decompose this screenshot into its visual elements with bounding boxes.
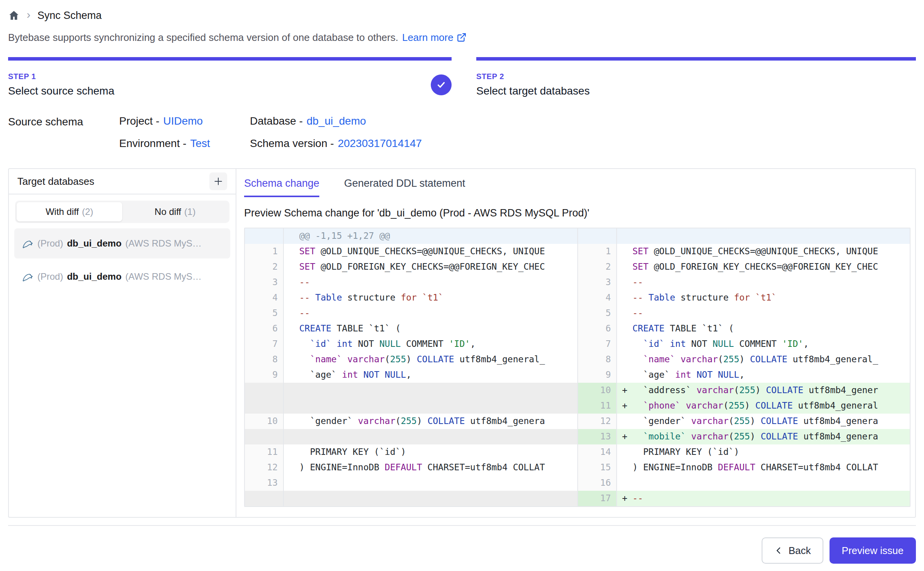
external-link-icon	[457, 32, 467, 42]
db-instance: (AWS RDS MyS…	[125, 238, 202, 249]
diff-row: 8 `name` varchar(255) COLLATE utf8mb4_ge…	[245, 352, 910, 367]
schema-version-link[interactable]: 20230317014147	[338, 137, 422, 150]
code-line: `mobile` varchar(255) COLLATE utf8mb4_ge…	[632, 429, 910, 444]
source-schema-label: Source schema	[8, 115, 119, 150]
line-number: 8	[578, 352, 617, 367]
diff-marker	[284, 460, 299, 475]
code-line: CREATE TABLE `t1` (	[632, 321, 910, 336]
diff-marker	[284, 321, 299, 336]
diff-marker	[617, 336, 632, 352]
plus-icon	[213, 176, 223, 186]
breadcrumb-current: Sync Schema	[37, 10, 102, 22]
line-number: 11	[245, 444, 284, 460]
line-number: 5	[578, 306, 617, 321]
code-line: `gender` varchar(255) COLLATE utf8mb4_ge…	[299, 414, 577, 429]
line-number: 10	[245, 414, 284, 429]
diff-marker	[617, 460, 632, 475]
diff-marker	[284, 352, 299, 367]
diff-marker	[284, 244, 299, 259]
diff-marker	[617, 367, 632, 383]
code-line: `id` int NOT NULL COMMENT 'ID',	[632, 336, 910, 352]
code-line: PRIMARY KEY (`id`)	[299, 444, 577, 460]
line-number: 9	[578, 367, 617, 383]
line-number: 9	[245, 367, 284, 383]
preview-issue-button[interactable]: Preview issue	[830, 537, 916, 564]
sync-schema-page: › Sync Schema Bytebase supports synchron…	[0, 7, 924, 571]
diff-row: 2SET @OLD_FOREIGN_KEY_CHECKS=@@FOREIGN_K…	[245, 259, 910, 275]
project-link[interactable]: UIDemo	[163, 115, 203, 127]
code-line: --	[299, 306, 577, 321]
db-environment: (Prod)	[37, 238, 63, 249]
tab-no-diff[interactable]: No diff (1)	[122, 202, 228, 221]
home-icon[interactable]	[8, 10, 20, 21]
line-number: 6	[245, 321, 284, 336]
diff-row: 1SET @OLD_UNIQUE_CHECKS=@@UNIQUE_CHECKS,…	[245, 244, 910, 259]
line-number	[245, 228, 284, 244]
diff-row: 13+ `mobile` varchar(255) COLLATE utf8mb…	[245, 429, 910, 444]
code-line: @@ -1,15 +1,27 @@	[299, 228, 577, 244]
diff-marker	[617, 321, 632, 336]
diff-row: 11 PRIMARY KEY (`id`)14 PRIMARY KEY (`id…	[245, 444, 910, 460]
step-2-label: STEP 2	[476, 72, 916, 81]
learn-more-link[interactable]: Learn more	[402, 31, 467, 44]
code-line	[299, 398, 577, 414]
diff-marker	[284, 290, 299, 306]
target-db-item[interactable]: (Prod)db_ui_demo(AWS RDS MyS…	[14, 262, 230, 292]
environment-link[interactable]: Test	[190, 137, 210, 150]
diff-marker	[284, 444, 299, 460]
diff-hunk-header: @@ -1,15 +1,27 @@	[245, 228, 910, 244]
line-number: 3	[578, 275, 617, 290]
field-environment: Environment - Test	[119, 137, 250, 150]
line-number: 17	[578, 491, 617, 506]
target-db-item[interactable]: (Prod)db_ui_demo(AWS RDS MyS…	[14, 228, 230, 258]
code-line: `gender` varchar(255) COLLATE utf8mb4_ge…	[632, 414, 910, 429]
code-line: --	[632, 275, 910, 290]
diff-row: 5--5--	[245, 306, 910, 321]
code-line: -- Table structure for `t1`	[299, 290, 577, 306]
diff-row: 11+ `phone` varchar(255) COLLATE utf8mb4…	[245, 398, 910, 414]
footer-actions: Back Preview issue	[8, 537, 916, 564]
code-line: CREATE TABLE `t1` (	[299, 321, 577, 336]
diff-row: 7 `id` int NOT NULL COMMENT 'ID',7 `id` …	[245, 336, 910, 352]
db-environment: (Prod)	[37, 271, 63, 282]
mysql-icon	[22, 271, 34, 282]
tab-schema-change[interactable]: Schema change	[244, 177, 319, 197]
line-number: 1	[245, 244, 284, 259]
add-target-database-button[interactable]	[209, 172, 227, 190]
tab-generated-ddl[interactable]: Generated DDL statement	[344, 177, 465, 197]
database-link[interactable]: db_ui_demo	[307, 115, 366, 127]
code-line: PRIMARY KEY (`id`)	[632, 444, 910, 460]
diff-marker	[617, 352, 632, 367]
diff-marker: +	[617, 398, 632, 414]
diff-marker	[617, 290, 632, 306]
line-number: 7	[245, 336, 284, 352]
back-button[interactable]: Back	[762, 537, 823, 564]
code-line: --	[299, 275, 577, 290]
step-2: STEP 2 Select target databases	[476, 57, 916, 97]
line-number: 8	[245, 352, 284, 367]
diff-row: 3--3--	[245, 275, 910, 290]
line-number: 7	[578, 336, 617, 352]
diff-row: 9 `age` int NOT NULL,9 `age` int NOT NUL…	[245, 367, 910, 383]
stepper: STEP 1 Select source schema STEP 2 Selec…	[8, 57, 916, 97]
diff-row: 10 `gender` varchar(255) COLLATE utf8mb4…	[245, 414, 910, 429]
line-number	[578, 228, 617, 244]
diff-row: 10+ `address` varchar(255) COLLATE utf8m…	[245, 383, 910, 398]
diff-row: 6CREATE TABLE `t1` (6CREATE TABLE `t1` (	[245, 321, 910, 336]
code-line	[299, 475, 577, 491]
step-1: STEP 1 Select source schema	[8, 57, 452, 97]
line-number: 2	[578, 259, 617, 275]
line-number: 5	[245, 306, 284, 321]
line-number: 12	[245, 460, 284, 475]
step-1-progress-bar	[8, 57, 452, 61]
tab-with-diff[interactable]: With diff (2)	[17, 202, 122, 221]
code-line: `name` varchar(255) COLLATE utf8mb4_gene…	[299, 352, 577, 367]
db-instance: (AWS RDS MyS…	[125, 271, 202, 282]
schema-preview-panel: Schema change Generated DDL statement Pr…	[236, 169, 915, 517]
diff-marker	[617, 275, 632, 290]
diff-marker: +	[617, 383, 632, 398]
diff-marker	[284, 398, 299, 414]
description-text: Bytebase supports synchronizing a specif…	[8, 31, 398, 44]
field-schema-version: Schema version - 20230317014147	[250, 137, 422, 150]
code-line: SET @OLD_UNIQUE_CHECKS=@@UNIQUE_CHECKS, …	[632, 244, 910, 259]
